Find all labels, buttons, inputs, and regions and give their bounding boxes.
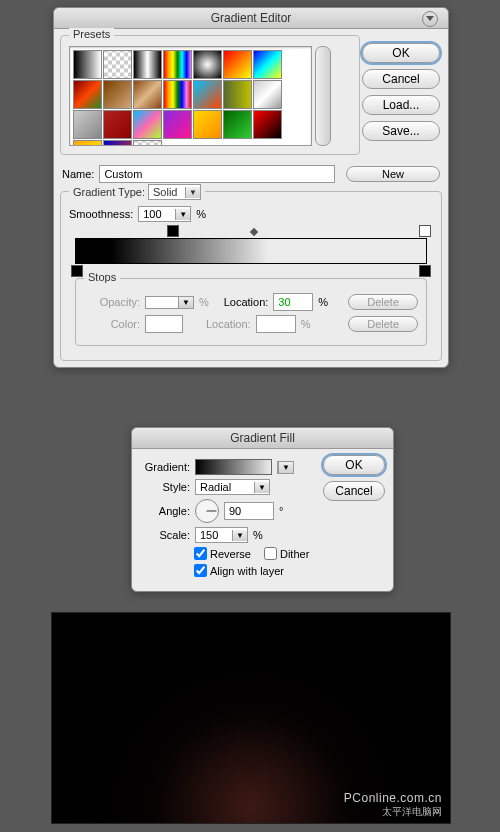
watermark: PConline.com.cn 太平洋电脑网 [344,791,442,819]
delete-opacity-button[interactable]: Delete [348,294,418,310]
scale-label: Scale: [140,529,190,541]
angle-input[interactable] [224,502,274,520]
midpoint-icon[interactable] [250,228,258,236]
preset-swatch[interactable] [133,80,162,109]
chevron-down-icon: ▼ [232,530,247,541]
preset-swatch[interactable] [223,110,252,139]
gradient-type-label: Gradient Type: [73,186,145,198]
name-input[interactable] [99,165,335,183]
preset-swatch[interactable] [193,50,222,79]
gradient-editor-dialog: Gradient Editor Presets OK Cancel Load..… [53,7,449,368]
gradient-dropdown[interactable]: ▼ [277,461,294,474]
preset-swatch[interactable] [253,110,282,139]
location-input[interactable] [256,315,296,333]
smoothness-input[interactable]: 100▼ [138,206,191,222]
preset-swatch[interactable] [193,110,222,139]
smoothness-label: Smoothness: [69,208,133,220]
new-button[interactable]: New [346,166,440,182]
cancel-button[interactable]: Cancel [362,69,440,89]
delete-color-button[interactable]: Delete [348,316,418,332]
preset-swatch[interactable] [163,80,192,109]
preset-swatch[interactable] [133,50,162,79]
reverse-checkbox[interactable]: Reverse [194,547,251,560]
angle-label: Angle: [140,505,190,517]
ok-button[interactable]: OK [362,43,440,63]
color-stop[interactable] [71,265,83,277]
preset-swatch[interactable] [103,110,132,139]
preset-swatch[interactable] [223,80,252,109]
gradient-bar[interactable] [75,238,427,264]
preset-swatch[interactable] [223,50,252,79]
preset-swatch[interactable] [133,110,162,139]
preset-swatch[interactable] [163,110,192,139]
result-preview: PConline.com.cn 太平洋电脑网 [51,612,451,824]
chevron-down-icon: ▼ [185,187,200,198]
ok-button[interactable]: OK [323,455,385,475]
preset-swatch[interactable] [163,50,192,79]
preset-scrollbar[interactable] [315,46,331,146]
style-select[interactable]: Radial▼ [195,479,270,495]
load-button[interactable]: Load... [362,95,440,115]
preset-swatch[interactable] [73,110,102,139]
opacity-stop[interactable] [419,225,431,237]
gradient-preview[interactable] [195,459,272,475]
scale-input[interactable]: 150▼ [195,527,248,543]
opacity-label: Opacity: [84,296,140,308]
chevron-down-icon: ▼ [175,209,190,220]
dialog-title: Gradient Fill [132,428,393,449]
preset-swatch[interactable] [133,140,162,146]
preset-swatch[interactable] [103,140,132,146]
stops-label: Stops [84,271,120,283]
location-input[interactable] [273,293,313,311]
chevron-down-icon: ▼ [178,297,193,308]
opacity-input[interactable]: ▼ [145,296,194,309]
preset-swatch[interactable] [253,80,282,109]
angle-dial[interactable] [195,499,219,523]
chevron-down-icon: ▼ [278,462,293,473]
preset-swatch[interactable] [73,80,102,109]
gradient-fill-dialog: Gradient Fill Gradient: ▼ Style: Radial▼… [131,427,394,592]
align-checkbox[interactable]: Align with layer [194,564,284,577]
color-stop[interactable] [419,265,431,277]
dither-checkbox[interactable]: Dither [264,547,309,560]
presets-label: Presets [69,28,114,40]
preset-swatch[interactable] [103,80,132,109]
cancel-button[interactable]: Cancel [323,481,385,501]
preset-swatch[interactable] [73,50,102,79]
location-label: Location: [224,296,269,308]
name-label: Name: [62,168,94,180]
preset-swatch[interactable] [103,50,132,79]
save-button[interactable]: Save... [362,121,440,141]
style-label: Style: [140,481,190,493]
color-well[interactable] [145,315,183,333]
location-label: Location: [206,318,251,330]
opacity-stop[interactable] [167,225,179,237]
preset-swatch[interactable] [253,50,282,79]
preset-swatch[interactable] [193,80,222,109]
preset-swatch[interactable] [73,140,102,146]
chevron-down-icon: ▼ [254,482,269,493]
gradient-type-select[interactable]: Solid▼ [148,184,201,200]
color-label: Color: [84,318,140,330]
gradient-label: Gradient: [140,461,190,473]
preset-grid[interactable] [69,46,312,146]
dialog-title: Gradient Editor [54,8,448,29]
